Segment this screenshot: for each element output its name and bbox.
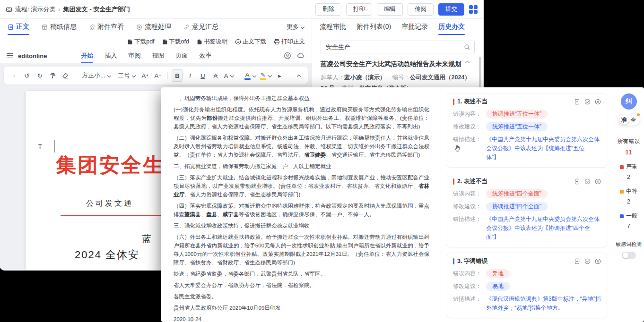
mode-switch[interactable]: 准 全	[618, 114, 640, 126]
tab-流程审批[interactable]: 流程审批	[320, 19, 346, 35]
error-card[interactable]: 3. 字词错误错误内容：异地修改建议：易地错情描述：《现代汉语规范词典》第3版中…	[447, 253, 607, 318]
error-suggestion-pill[interactable]: 易地	[486, 282, 510, 291]
severity-stat[interactable]: 一般7	[620, 212, 637, 229]
history-doc-item[interactable]: 蓝凌公司安全生产大比武活动总结报告及未来规划	[321, 59, 475, 69]
editor-menu-审阅[interactable]: 审阅	[128, 48, 140, 63]
apps-grid-icon[interactable]	[469, 5, 478, 14]
breadcrumb-root[interactable]: 流程: 演示分类	[15, 5, 55, 14]
tab-意见汇总[interactable]: 意见汇总	[183, 19, 218, 35]
doc-plus-icon[interactable]	[574, 99, 580, 105]
undo-button[interactable]: ↺	[21, 69, 33, 82]
doc-action-download[interactable]: 正文下载	[235, 38, 266, 46]
doc-plus-icon[interactable]	[574, 258, 580, 264]
font-increase-button[interactable]: A+	[139, 69, 151, 82]
doc-action-label: 下载pdf	[134, 38, 154, 46]
topbar-button[interactable]: 打印	[346, 3, 372, 16]
toolbar-more-button[interactable]: ▸	[274, 69, 286, 82]
back-button[interactable]: ‹	[9, 69, 20, 82]
error-description: 《中国共产党第十九届中央委员会第六次全体会议公报》中该表述为【协调推进“四个全面…	[486, 215, 601, 242]
doc-action-label: 打印正文	[281, 38, 305, 46]
text-style-select[interactable]: A	[223, 69, 235, 82]
error-content-pill[interactable]: 统筹推进“四个全面”	[486, 189, 548, 198]
doc-action-doc-dark[interactable]: 书签说明	[197, 38, 227, 46]
severity-stat[interactable]: 严重2	[620, 163, 637, 180]
tab-历史办文[interactable]: 历史办文	[438, 19, 465, 35]
severity-count: 2	[627, 198, 630, 205]
error-suggestion-pill[interactable]: 协调推进“四个全面”	[486, 202, 548, 211]
rail-divider	[619, 132, 639, 132]
sensitive-words-toggle[interactable]	[622, 252, 636, 259]
history-doc-title: 蓝凌公司安全生产大比武活动总结报告及未来规划	[321, 59, 461, 69]
topbar-button[interactable]: 编辑	[377, 3, 403, 16]
all-errors-label[interactable]: 所有错误	[618, 137, 640, 145]
proof-badge[interactable]: 纠	[621, 93, 637, 110]
editor-menu-开始[interactable]: 开始	[81, 48, 93, 63]
document-tabs: 正文稿纸信息附件查看流程处理意见汇总更多	[0, 19, 312, 35]
font-color-select[interactable]: A	[243, 69, 257, 82]
doc-action-doc-dark[interactable]: 下载ofd	[162, 38, 189, 46]
editor-menu-插入[interactable]: 插入	[104, 48, 117, 63]
doc-paragraph: 2020-10-24	[174, 315, 429, 322]
doc-action-doc-dark[interactable]: 下载pdf	[127, 38, 154, 46]
severity-count: 2	[627, 174, 630, 180]
search-icon[interactable]	[464, 44, 470, 51]
topbar-button[interactable]: 传阅	[408, 3, 434, 16]
mode-accurate[interactable]: 准	[619, 115, 629, 125]
submit-button[interactable]: 提交	[438, 3, 464, 16]
font-family-select[interactable]: 方正小...	[79, 69, 113, 82]
tab-附件列表(0)[interactable]: 附件列表(0)	[357, 19, 391, 35]
strikethrough-button[interactable]: A	[210, 69, 221, 82]
doc-paragraph: 各民主党派省委。	[174, 292, 429, 301]
highlight-color-select[interactable]: ✎	[259, 69, 273, 82]
tab-正文[interactable]: 正文	[8, 19, 29, 35]
font-decrease-button[interactable]: A−	[152, 69, 164, 82]
close-circle-icon[interactable]	[595, 178, 601, 185]
error-row-label: 修改建议：	[453, 122, 486, 131]
severity-square-icon	[620, 165, 624, 169]
error-card-header: 2. 表述不当	[453, 178, 601, 186]
chevron-up-icon[interactable]	[465, 60, 470, 64]
editor-menu-页面[interactable]: 页面	[175, 48, 188, 63]
cloud-sync-icon[interactable]	[297, 52, 305, 59]
bold-button[interactable]: B	[172, 69, 183, 82]
italic-button[interactable]: I	[184, 69, 196, 82]
mode-full[interactable]: 全	[629, 115, 638, 125]
redo-button[interactable]: ↻	[34, 69, 45, 82]
more-menu[interactable]: 更多	[287, 23, 304, 31]
error-card[interactable]: 2. 表述不当错误内容：统筹推进“四个全面”修改建议：协调推进“四个全面”错情描…	[447, 173, 607, 247]
doc-plus-icon[interactable]	[574, 178, 580, 185]
doc-action-print[interactable]: 打印正文	[274, 38, 305, 46]
tab-流程处理[interactable]: 流程处理	[136, 19, 171, 35]
font-size-select[interactable]: 二号	[115, 69, 138, 82]
check-circle-icon[interactable]	[584, 99, 591, 105]
tab-label: 稿纸信息	[50, 23, 77, 31]
check-circle-icon[interactable]	[584, 258, 591, 264]
severity-bar-icon	[453, 258, 454, 264]
underline-button[interactable]: U	[197, 69, 209, 82]
error-suggestion-pill[interactable]: 统筹推进“五位一体”	[486, 122, 548, 131]
close-circle-icon[interactable]	[595, 258, 601, 264]
doc-dark-icon	[162, 39, 168, 45]
tab-稿纸信息[interactable]: 稿纸信息	[42, 19, 77, 35]
hamburger-icon[interactable]	[7, 53, 13, 58]
account-icon[interactable]	[284, 52, 291, 59]
tab-附件查看[interactable]: 附件查看	[89, 19, 124, 35]
severity-stat[interactable]: 中等2	[620, 187, 637, 205]
search-input[interactable]	[325, 43, 464, 51]
severity-stat-label: 严重	[620, 163, 637, 171]
topbar-button[interactable]: 删除	[315, 3, 341, 16]
check-circle-icon[interactable]	[584, 178, 591, 185]
editor-menu-效率[interactable]: 效率	[199, 48, 211, 63]
error-card[interactable]: 1. 表述不当错误内容：协调推进“五位一体”修改建议：统筹推进“五位一体”错情描…	[447, 93, 607, 168]
doc-paragraph: 贵州省人民政府办公厅 2020年10月09日印发	[174, 304, 429, 312]
error-content-pill[interactable]: 异地	[486, 269, 510, 278]
proof-document-text[interactable]: 一、巩固劳务输出成果，保障外出务工搬迁群众基本权益(一)强化劳务输出组织化程度。…	[161, 87, 441, 322]
editor-menu-视图[interactable]: 视图	[152, 48, 164, 63]
clear-format-button[interactable]	[60, 69, 71, 82]
toolbar-collapse-button[interactable]	[292, 69, 303, 82]
format-painter-button[interactable]	[47, 69, 58, 82]
close-circle-icon[interactable]	[595, 99, 601, 105]
tab-审批记录[interactable]: 审批记录	[401, 19, 428, 35]
error-content-pill[interactable]: 协调推进“五位一体”	[486, 110, 548, 119]
tab-label: 意见汇总	[192, 23, 218, 31]
